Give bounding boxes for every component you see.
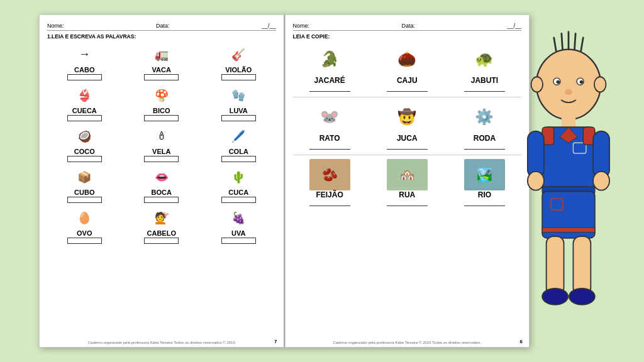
book: Nome: Data: __/__ 1.LEIA E ESCREVA AS PA… — [39, 14, 530, 348]
svg-point-9 — [580, 80, 584, 84]
right-input-jabuti — [464, 85, 505, 92]
word-label-cabelo: CABELO — [147, 229, 176, 237]
word-label-cuca: CUCA — [228, 189, 248, 196]
word-label-coco: COCO — [74, 148, 95, 155]
right-label-jacare: JACARÉ — [314, 76, 345, 85]
hair-icon: 💇 — [146, 207, 177, 229]
word-input-cola — [221, 156, 256, 162]
right-section-3: 🫘 FEIJÃO 🏘️ RUA 🏞️ RIO — [293, 159, 522, 207]
word-input-coco — [67, 156, 102, 162]
guitar-icon: 🎸 — [223, 43, 254, 65]
word-input-vela — [144, 156, 179, 162]
right-page-title: LEIA E COPIE: — [293, 33, 522, 40]
word-cell-boca: 👄 BOCA — [125, 166, 199, 203]
word-cell-vela: 🕯 VELA — [125, 125, 199, 162]
data-label-right: Data: — [401, 23, 415, 29]
word-cell-cubo: 📦 CUBO — [47, 166, 122, 203]
svg-point-12 — [594, 77, 606, 92]
right-page-header: Nome: Data: __/__ — [293, 23, 522, 31]
right-label-roda: RODA — [474, 134, 496, 143]
cube-icon: 📦 — [69, 166, 100, 188]
right-page: Nome: Data: __/__ LEIA E COPIE: 🐊 JACARÉ… — [285, 14, 530, 348]
left-page-footer: Caderno organizado pela professora Kátia… — [40, 341, 284, 344]
word-label-boca: BOCA — [152, 189, 172, 196]
svg-rect-26 — [547, 236, 564, 295]
svg-rect-27 — [573, 236, 591, 295]
right-input-rato — [309, 143, 350, 150]
right-label-rua: RUA — [399, 190, 415, 199]
right-input-rua — [387, 200, 428, 206]
word-cell-coco: 🥥 COCO — [47, 125, 122, 162]
svg-rect-13 — [562, 116, 575, 128]
svg-point-22 — [593, 172, 609, 190]
right-label-rio: RIO — [478, 190, 491, 199]
word-label-vela: VELA — [152, 148, 170, 155]
word-cell-cola: 🖊️ COLA — [201, 125, 276, 162]
svg-line-1 — [562, 33, 563, 51]
svg-line-3 — [574, 33, 575, 51]
right-section-2: 🐭 RATO 🤠 JUCA ⚙️ RODA — [293, 101, 522, 151]
word-input-luva — [221, 115, 256, 121]
right-section-1: 🐊 JACARÉ 🌰 CAJU 🐢 JABUTI — [293, 43, 522, 93]
character-boy — [506, 29, 631, 362]
nome-label-left: Nome: — [47, 23, 64, 29]
section-divider-1 — [293, 97, 522, 97]
candle-icon: 🕯 — [146, 125, 177, 147]
date-value-right: __/__ — [507, 23, 521, 29]
svg-point-5 — [536, 50, 601, 120]
word-input-cubo — [67, 197, 102, 203]
svg-point-11 — [531, 77, 543, 92]
right-cell-rua: 🏘️ RUA — [370, 159, 444, 206]
word-input-vaca — [144, 74, 179, 80]
word-input-ovo — [67, 238, 102, 244]
lips-icon: 👄 — [146, 166, 177, 188]
word-label-cueca: CUECA — [72, 107, 97, 114]
section-divider-2 — [293, 155, 522, 155]
right-cell-feijao: 🫘 FEIJÃO — [293, 159, 367, 206]
svg-point-8 — [556, 80, 560, 84]
word-label-cabo: CABO — [74, 66, 94, 74]
word-cell-cuca: 🌵 CUCA — [201, 166, 276, 203]
left-page-header: Nome: Data: __/__ — [47, 23, 276, 31]
left-page-title: 1.LEIA E ESCREVA AS PALAVRAS: — [47, 33, 276, 40]
right-input-feijao — [309, 200, 350, 206]
word-input-cueca — [67, 115, 102, 121]
beans-icon: 🫘 — [309, 159, 350, 190]
svg-point-10 — [565, 89, 572, 95]
word-label-luva: LUVA — [230, 107, 248, 114]
right-page-footer: Caderno organizado pela professora Kátia… — [286, 341, 530, 344]
right-input-juca — [387, 143, 428, 150]
word-cell-cabelo: 💇 CABELO — [125, 207, 199, 244]
mushroom-icon: 🍄 — [146, 84, 177, 106]
word-label-violao: VIOLÃO — [225, 66, 252, 74]
tortoise-icon: 🐢 — [464, 43, 505, 75]
right-input-caju — [387, 85, 428, 92]
underwear-icon: 👙 — [69, 84, 100, 106]
wheel-icon: ⚙️ — [464, 101, 505, 133]
boy-illustration — [506, 29, 631, 362]
word-label-cola: COLA — [229, 148, 248, 155]
svg-point-28 — [542, 288, 568, 305]
rat-icon: 🐭 — [309, 101, 350, 133]
right-label-rato: RATO — [319, 134, 340, 143]
word-input-uva — [221, 238, 256, 244]
juca-icon: 🤠 — [387, 101, 428, 133]
alligator-icon: 🐊 — [309, 43, 350, 75]
svg-point-21 — [528, 172, 544, 190]
word-input-cuca — [221, 197, 256, 203]
left-page-number: 7 — [274, 339, 277, 344]
svg-rect-25 — [542, 228, 595, 232]
word-cell-cabo: → CABO — [47, 43, 122, 80]
glue-icon: 🖊️ — [223, 125, 254, 147]
river-icon: 🏞️ — [464, 159, 505, 190]
right-label-caju: CAJU — [397, 76, 418, 85]
cuca-icon: 🌵 — [223, 166, 254, 188]
right-cell-jacare: 🐊 JACARÉ — [293, 43, 367, 92]
glove-icon: 🧤 — [223, 84, 254, 106]
right-input-roda — [464, 143, 505, 150]
word-label-uva: UVA — [231, 229, 245, 237]
right-label-feijao: FEIJÃO — [316, 190, 343, 199]
left-page: Nome: Data: __/__ 1.LEIA E ESCREVA AS PA… — [39, 14, 285, 348]
right-label-jabuti: JABUTI — [471, 76, 498, 85]
right-cell-rato: 🐭 RATO — [293, 101, 367, 150]
